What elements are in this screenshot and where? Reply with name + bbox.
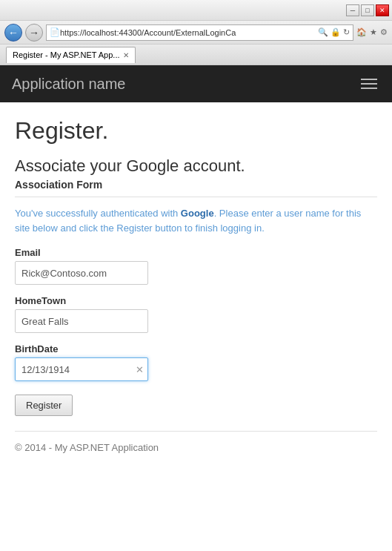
title-bar: ─ □ ✕	[0, 0, 392, 21]
app-name: Application name	[12, 76, 125, 93]
tab-close-button[interactable]: ✕	[123, 51, 129, 59]
browser-window: ─ □ ✕ ← → 📄 https://localhost:44300/Acco…	[0, 0, 392, 551]
birthdate-label: BirthDate	[15, 343, 377, 354]
tab-label: Register - My ASP.NET App...	[13, 50, 120, 59]
browser-tab[interactable]: Register - My ASP.NET App... ✕	[6, 47, 136, 63]
hometown-form-group: HomeTown	[15, 295, 377, 333]
hamburger-menu[interactable]	[358, 76, 380, 92]
settings-icon[interactable]: ⚙	[380, 27, 388, 37]
minimize-button[interactable]: ─	[346, 4, 359, 16]
address-text: https://localhost:44300/Account/External…	[60, 28, 318, 37]
back-button[interactable]: ←	[4, 24, 22, 42]
footer-text: © 2014 - My ASP.NET Application	[15, 442, 159, 453]
close-button[interactable]: ✕	[376, 4, 389, 16]
restore-button[interactable]: □	[361, 4, 374, 16]
address-bar-row: ← → 📄 https://localhost:44300/Account/Ex…	[0, 21, 392, 44]
register-button[interactable]: Register	[15, 395, 73, 416]
info-text-1: You've successfully authenticated with	[15, 208, 181, 219]
footer: © 2014 - My ASP.NET Application	[15, 431, 377, 453]
birthdate-form-group: BirthDate ✕	[15, 343, 377, 381]
forward-button[interactable]: →	[25, 24, 43, 42]
title-bar-buttons: ─ □ ✕	[346, 4, 389, 16]
info-message: You've successfully authenticated with G…	[15, 206, 377, 235]
hamburger-line-1	[361, 79, 377, 80]
email-label: Email	[15, 247, 377, 258]
hometown-label: HomeTown	[15, 295, 377, 306]
hamburger-line-3	[361, 88, 377, 89]
page-icon: 📄	[50, 27, 60, 37]
birthdate-clear-button[interactable]: ✕	[136, 365, 144, 375]
address-box[interactable]: 📄 https://localhost:44300/Account/Extern…	[46, 24, 353, 41]
divider	[15, 197, 377, 197]
email-input[interactable]	[15, 261, 148, 285]
hamburger-line-2	[361, 83, 377, 85]
address-icons: 🔍 🔒 ↻	[318, 27, 350, 37]
page-content: Register. Associate your Google account.…	[0, 102, 392, 551]
refresh-icon[interactable]: ↻	[343, 27, 350, 37]
page-title: Register.	[15, 117, 377, 145]
search-icon[interactable]: 🔍	[318, 27, 328, 37]
hometown-input[interactable]	[15, 309, 148, 333]
section-title: Associate your Google account.	[15, 156, 377, 176]
tab-bar: Register - My ASP.NET App... ✕	[0, 44, 392, 65]
info-brand: Google	[181, 208, 214, 219]
birthdate-input-wrapper: ✕	[15, 357, 148, 381]
favorites-icon[interactable]: ★	[370, 27, 377, 37]
section-subtitle: Association Form	[15, 179, 377, 191]
birthdate-input[interactable]	[15, 357, 148, 381]
email-form-group: Email	[15, 247, 377, 285]
lock-icon: 🔒	[330, 27, 341, 37]
app-navbar: Application name	[0, 65, 392, 102]
home-icon[interactable]: 🏠	[356, 27, 367, 37]
